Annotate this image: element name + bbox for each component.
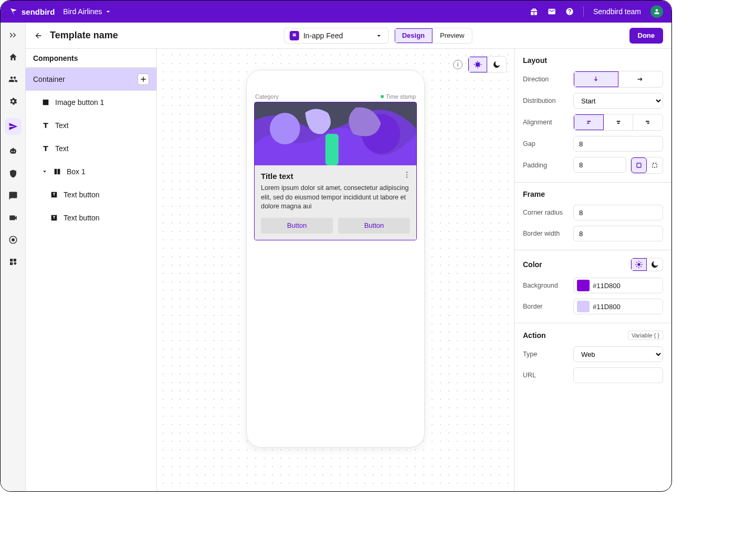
brand-name: sendbird [22, 7, 55, 16]
border-width-input[interactable] [573, 226, 663, 241]
nav-rail [1, 23, 26, 491]
topbar-divider [583, 6, 584, 17]
align-end[interactable] [633, 114, 663, 130]
padding-mode-toggle [631, 157, 663, 174]
shield-icon[interactable] [8, 168, 18, 179]
action-type-label: Type [523, 351, 568, 358]
distribution-select[interactable]: Start [573, 93, 663, 109]
action-url-label: URL [523, 372, 568, 379]
tree-item-image-button[interactable]: Image button 1 [26, 91, 156, 114]
tree-label: Container [33, 75, 65, 83]
background-color-value: #11D800 [593, 282, 621, 290]
preview-card[interactable]: Title text Lorem ipsum dolor sit amet, c… [254, 102, 417, 240]
dark-mode-button[interactable] [487, 57, 506, 72]
align-start[interactable] [574, 114, 604, 130]
text-icon [41, 121, 50, 130]
video-icon[interactable] [8, 213, 18, 223]
add-child-button[interactable] [138, 73, 149, 85]
tree-item-text-button[interactable]: Text button [26, 206, 156, 229]
person-icon [653, 8, 660, 15]
components-heading: Components [26, 49, 156, 68]
theme-toggle [468, 56, 507, 73]
tab-design[interactable]: Design [395, 28, 433, 43]
direction-toggle [573, 71, 663, 88]
padding-uniform[interactable] [631, 157, 647, 173]
home-icon[interactable] [8, 52, 18, 62]
svg-point-4 [406, 172, 408, 173]
gear-icon[interactable] [8, 96, 18, 107]
text-icon [41, 144, 50, 153]
distribution-label: Distribution [523, 97, 568, 104]
gap-label: Gap [523, 140, 568, 147]
help-icon[interactable] [565, 7, 574, 16]
direction-vertical[interactable] [574, 71, 618, 87]
collapse-icon[interactable] [8, 30, 18, 40]
org-selector[interactable]: Bird Airlines [63, 7, 112, 16]
tree-label: Text button [64, 191, 100, 199]
text-button-icon [50, 191, 58, 199]
action-type-select[interactable]: Web [573, 346, 663, 362]
widget-icon[interactable] [8, 257, 18, 267]
svg-rect-8 [653, 163, 657, 167]
tab-preview[interactable]: Preview [433, 28, 471, 43]
color-mode-toggle [631, 258, 663, 271]
svg-rect-7 [637, 163, 641, 167]
bot-icon[interactable] [8, 146, 18, 157]
back-arrow-icon[interactable] [34, 31, 43, 40]
send-icon[interactable] [5, 118, 22, 135]
tree-label: Image button 1 [55, 98, 104, 107]
corner-radius-label: Corner radius [523, 209, 568, 216]
light-mode-button[interactable] [468, 57, 487, 72]
tree-item-text[interactable]: Text [26, 114, 156, 137]
chat-icon[interactable] [8, 191, 18, 201]
broadcast-icon[interactable] [8, 235, 18, 245]
padding-label: Padding [523, 162, 568, 169]
tree-item-text[interactable]: Text [26, 137, 156, 160]
team-name: Sendbird team [593, 7, 641, 16]
text-button-icon [50, 214, 58, 222]
users-icon[interactable] [8, 74, 18, 84]
border-width-label: Border width [523, 230, 568, 237]
direction-horizontal[interactable] [618, 71, 663, 87]
gap-input[interactable] [573, 136, 663, 152]
svg-point-1 [270, 113, 300, 144]
card-button-1[interactable]: Button [261, 218, 333, 234]
padding-input[interactable] [573, 157, 626, 173]
color-light-button[interactable] [631, 258, 647, 271]
avatar[interactable] [650, 5, 663, 18]
align-center[interactable] [604, 114, 634, 130]
tree-label: Text [55, 121, 69, 130]
corner-radius-input[interactable] [573, 205, 663, 220]
border-color-label: Border [523, 303, 568, 310]
color-swatch [577, 301, 590, 312]
color-swatch [577, 280, 590, 291]
org-name: Bird Airlines [63, 7, 102, 16]
padding-individual[interactable] [647, 157, 663, 173]
variable-chip[interactable]: Variable { } [628, 331, 663, 340]
canvas[interactable]: i Category Time stamp [157, 49, 514, 491]
card-button-2[interactable]: Button [338, 218, 410, 234]
border-color-input[interactable]: #11D800 [573, 299, 663, 314]
color-heading: Color [523, 260, 542, 269]
more-icon[interactable] [403, 171, 411, 181]
action-heading: Action [523, 331, 546, 340]
done-button[interactable]: Done [629, 28, 664, 44]
mail-icon[interactable] [548, 7, 556, 16]
layout-heading: Layout [523, 56, 663, 65]
brand-logo[interactable]: sendbird [9, 7, 55, 16]
background-color-input[interactable]: #11D800 [573, 278, 663, 293]
box-icon [53, 167, 61, 176]
color-dark-button[interactable] [647, 258, 663, 271]
info-icon[interactable]: i [453, 60, 463, 69]
border-color-value: #11D800 [593, 303, 621, 311]
mode-tabs: Design Preview [394, 28, 472, 44]
gift-icon[interactable] [530, 7, 538, 16]
svg-point-9 [637, 263, 640, 266]
channel-select[interactable]: In-app Feed [284, 28, 389, 44]
tree-item-container[interactable]: Container [26, 68, 156, 91]
alignment-toggle [573, 114, 663, 131]
page-title: Template name [50, 30, 118, 41]
tree-item-text-button[interactable]: Text button [26, 183, 156, 206]
tree-item-box[interactable]: Box 1 [26, 160, 156, 183]
action-url-input[interactable] [573, 367, 663, 383]
